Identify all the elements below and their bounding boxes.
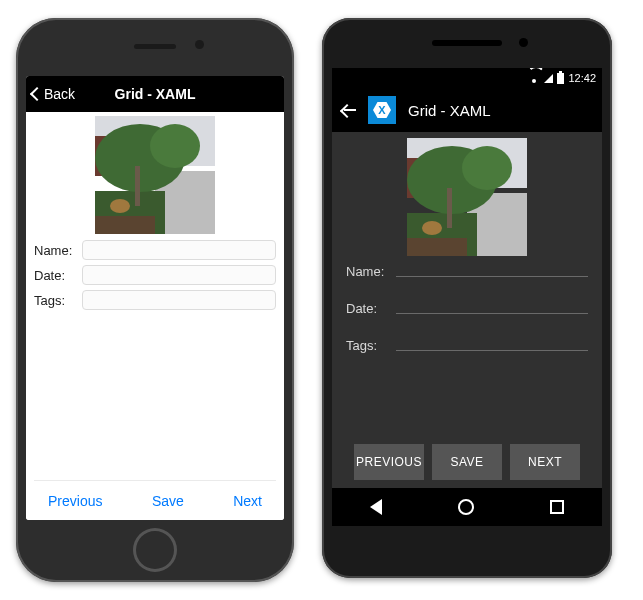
name-input[interactable] [82,240,276,260]
xamarin-icon: X [373,101,391,119]
svg-rect-13 [407,238,467,256]
name-label: Name: [346,264,396,279]
android-system-bar [332,488,602,526]
form: Name: Date: Tags: [346,264,588,375]
android-action-bar: X Grid - XAML [332,88,602,132]
cell-signal-icon [544,74,553,83]
iphone-earpiece [134,44,176,49]
svg-point-8 [110,199,130,213]
previous-button[interactable]: PREVIOUS [354,444,424,480]
date-row: Date: [34,265,276,285]
name-label: Name: [34,243,78,258]
ios-navigation-bar: Back Grid - XAML [26,76,284,112]
sys-recents-icon[interactable] [550,500,564,514]
svg-point-17 [422,221,442,235]
date-input[interactable] [82,265,276,285]
iphone-device-frame: Back Grid - XAML [16,18,294,582]
spacer [346,375,588,436]
tags-row: Tags: [34,290,276,310]
previous-button[interactable]: Previous [48,493,102,509]
iphone-screen: Back Grid - XAML [26,76,284,520]
android-earpiece [432,40,502,46]
android-front-camera [519,38,528,47]
android-content: Name: Date: Tags: PREVIOUS SAVE [332,132,602,488]
name-input[interactable] [396,276,588,277]
photo-image [407,138,527,256]
date-label: Date: [346,301,396,316]
back-arrow-icon[interactable] [342,103,356,117]
status-time: 12:42 [568,72,596,84]
save-button[interactable]: SAVE [432,444,502,480]
page-title: Grid - XAML [408,102,491,119]
iphone-home-button[interactable] [133,528,177,572]
ios-footer: Previous Save Next [34,480,276,520]
android-device-frame: 12:42 X Grid - XAML [322,18,612,578]
next-button[interactable]: NEXT [510,444,580,480]
photo-container [34,116,276,234]
wifi-icon [528,73,540,83]
form: Name: Date: Tags: [34,240,276,315]
name-row: Name: [346,264,588,279]
svg-rect-4 [95,216,155,234]
photo-container [346,138,588,256]
sys-home-icon[interactable] [458,499,474,515]
svg-point-15 [462,146,512,190]
spacer [34,315,276,480]
back-label: Back [44,86,75,102]
app-icon: X [368,96,396,124]
tags-row: Tags: [346,338,588,353]
next-button[interactable]: Next [233,493,262,509]
tags-input[interactable] [82,290,276,310]
photo-image [95,116,215,234]
name-row: Name: [34,240,276,260]
iphone-front-camera [195,40,204,49]
date-label: Date: [34,268,78,283]
sys-back-icon[interactable] [370,499,382,515]
date-input[interactable] [396,313,588,314]
svg-point-6 [150,124,200,168]
android-footer: PREVIOUS SAVE NEXT [346,436,588,488]
ios-content: Name: Date: Tags: Previous Save [26,112,284,520]
svg-rect-16 [447,188,452,228]
tags-label: Tags: [346,338,396,353]
page-title: Grid - XAML [115,86,196,102]
android-screen: 12:42 X Grid - XAML [332,68,602,526]
tags-input[interactable] [396,350,588,351]
tags-label: Tags: [34,293,78,308]
chevron-left-icon [30,87,44,101]
android-status-bar: 12:42 [332,68,602,88]
back-button[interactable]: Back [32,76,75,112]
svg-rect-7 [135,166,140,206]
battery-icon [557,73,564,84]
date-row: Date: [346,301,588,316]
save-button[interactable]: Save [152,493,184,509]
